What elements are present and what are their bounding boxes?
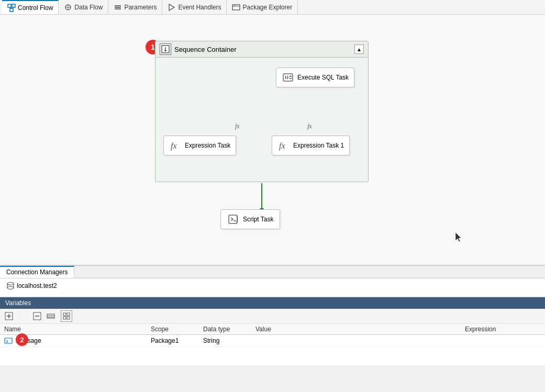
svg-marker-32 bbox=[455, 232, 461, 242]
svg-point-36 bbox=[7, 287, 14, 289]
svg-rect-0 bbox=[8, 4, 11, 7]
col-data-type: Data type bbox=[199, 324, 251, 335]
col-scope: Scope bbox=[147, 324, 199, 335]
variable-icon: x bbox=[4, 337, 13, 345]
svg-text:fx: fx bbox=[279, 141, 285, 151]
expression-task-label: Expression Task bbox=[185, 142, 230, 149]
connection-item[interactable]: localhost.test2 bbox=[0, 278, 545, 293]
variables-panel: Variables 2 Name Scope Data type Value E… bbox=[0, 297, 545, 365]
tab-parameters[interactable]: Parameters bbox=[108, 0, 162, 14]
move-variable-button[interactable] bbox=[45, 310, 57, 322]
package-explorer-icon bbox=[232, 3, 240, 12]
main-canvas: 1 Sequence Container ▲ bbox=[0, 15, 545, 266]
svg-rect-46 bbox=[67, 313, 70, 316]
script-task-icon bbox=[227, 213, 240, 226]
svg-marker-26 bbox=[164, 50, 167, 52]
var-expression-cell bbox=[461, 335, 545, 347]
svg-rect-42 bbox=[47, 314, 54, 318]
tab-parameters-label: Parameters bbox=[124, 4, 157, 11]
svg-text:x: x bbox=[6, 339, 8, 344]
add-variable-button[interactable] bbox=[3, 310, 15, 322]
var-type-cell: String bbox=[199, 335, 251, 347]
table-row[interactable]: x Message Package1 String bbox=[0, 335, 545, 347]
tab-package-explorer[interactable]: Package Explorer bbox=[227, 0, 298, 14]
expression-task-icon: fx bbox=[169, 139, 182, 152]
svg-point-33 bbox=[7, 283, 14, 285]
sequence-icon bbox=[160, 43, 171, 55]
script-task[interactable]: Script Task bbox=[220, 209, 280, 229]
execute-sql-task[interactable]: Execute SQL Task bbox=[276, 68, 354, 87]
expression-task-1[interactable]: fx Expression Task 1 bbox=[272, 136, 350, 155]
tab-data-flow[interactable]: Data Flow bbox=[59, 0, 108, 14]
expression-task-1-icon: fx bbox=[277, 139, 290, 152]
sequence-title-area: Sequence Container bbox=[160, 43, 237, 55]
connection-managers-tab-label: Connection Managers bbox=[6, 268, 68, 276]
svg-rect-47 bbox=[63, 317, 66, 319]
svg-rect-45 bbox=[63, 313, 66, 316]
expression-task[interactable]: fx Expression Task bbox=[163, 136, 236, 155]
tab-event-handlers-label: Event Handlers bbox=[178, 4, 221, 11]
parameters-icon bbox=[114, 3, 122, 12]
svg-rect-1 bbox=[12, 4, 15, 7]
col-value: Value bbox=[251, 324, 461, 335]
expression-task-1-label: Expression Task 1 bbox=[293, 142, 344, 149]
svg-rect-8 bbox=[115, 5, 121, 6]
control-flow-icon bbox=[7, 4, 16, 12]
mouse-cursor bbox=[455, 232, 462, 242]
variables-table: Name Scope Data type Value Expression x … bbox=[0, 324, 545, 347]
tab-control-flow-label: Control Flow bbox=[18, 4, 53, 12]
fx-label-left: fx bbox=[235, 122, 240, 130]
var-scope-cell: Package1 bbox=[147, 335, 199, 347]
event-handlers-icon bbox=[168, 3, 176, 12]
var-value-cell bbox=[251, 335, 461, 347]
tab-data-flow-label: Data Flow bbox=[74, 4, 103, 11]
svg-text:fx: fx bbox=[171, 141, 177, 151]
tab-package-explorer-label: Package Explorer bbox=[242, 4, 292, 11]
delete-variable-button[interactable] bbox=[31, 310, 43, 322]
svg-rect-9 bbox=[115, 7, 121, 8]
tab-bar: Control Flow Data Flow Parameters Event … bbox=[0, 0, 545, 15]
variables-toolbar: 2 bbox=[0, 309, 545, 324]
grid-view-button[interactable] bbox=[61, 310, 72, 322]
connection-name: localhost.test2 bbox=[17, 282, 57, 289]
tab-control-flow[interactable]: Control Flow bbox=[2, 0, 59, 14]
data-flow-icon bbox=[64, 3, 72, 12]
connection-managers-panel: Connection Managers localhost.test2 bbox=[0, 266, 545, 297]
db-connection-icon bbox=[6, 282, 15, 290]
collapse-button[interactable]: ▲ bbox=[354, 44, 364, 54]
col-expression: Expression bbox=[461, 324, 545, 335]
badge-2: 2 bbox=[16, 333, 28, 346]
sequence-container-header: Sequence Container ▲ bbox=[155, 41, 368, 58]
svg-rect-2 bbox=[10, 8, 13, 12]
fx-label-right: fx bbox=[307, 122, 312, 130]
sequence-container-title: Sequence Container bbox=[174, 46, 237, 53]
connection-managers-tab[interactable]: Connection Managers bbox=[0, 266, 74, 278]
execute-sql-label: Execute SQL Task bbox=[297, 74, 349, 81]
script-task-label: Script Task bbox=[243, 216, 273, 223]
variables-title: Variables bbox=[5, 299, 31, 307]
connection-managers-tab-bar: Connection Managers bbox=[0, 266, 545, 278]
svg-rect-12 bbox=[232, 5, 240, 10]
tab-event-handlers[interactable]: Event Handlers bbox=[162, 0, 227, 14]
svg-rect-48 bbox=[67, 317, 70, 319]
variables-panel-header: Variables bbox=[0, 297, 545, 309]
svg-rect-10 bbox=[115, 8, 121, 9]
sequence-container[interactable]: Sequence Container ▲ Execute SQL Task fx bbox=[155, 41, 369, 182]
svg-marker-11 bbox=[169, 4, 174, 10]
execute-sql-icon bbox=[282, 71, 294, 84]
